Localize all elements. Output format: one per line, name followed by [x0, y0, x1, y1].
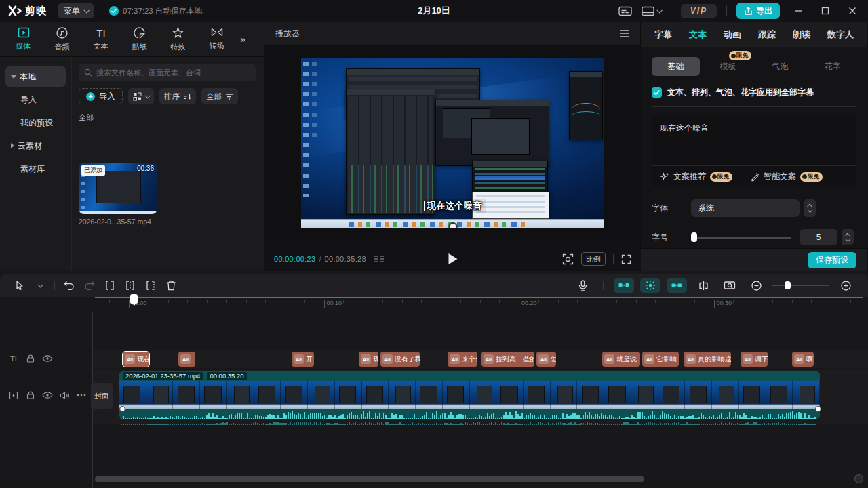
export-button[interactable]: 导出	[736, 3, 780, 19]
layout-icon[interactable]	[642, 6, 661, 16]
record-voice-button[interactable]	[572, 276, 593, 295]
clip-trim-handle-right[interactable]	[815, 406, 821, 412]
playhead[interactable]	[130, 294, 138, 304]
tab-text[interactable]: 文本	[689, 28, 707, 41]
sidebar-item-cloud[interactable]: 云素材	[5, 136, 66, 156]
font-size-slider[interactable]	[691, 232, 791, 242]
linkage-toggle[interactable]	[640, 278, 660, 293]
tab-sticker[interactable]: 贴纸	[120, 26, 159, 52]
redo-button[interactable]	[79, 276, 100, 295]
ratio-button[interactable]: 比例	[581, 252, 606, 266]
horizontal-scrollbar[interactable]	[95, 476, 644, 482]
cover-button[interactable]: 封面	[91, 383, 113, 409]
tab-tracking[interactable]: 跟踪	[758, 28, 776, 41]
fullscreen-icon[interactable]	[621, 254, 631, 264]
tab-reading[interactable]: 朗读	[793, 28, 810, 41]
font-stepper[interactable]	[804, 199, 816, 217]
focus-icon[interactable]	[562, 253, 574, 265]
frame-preview-icon[interactable]	[374, 256, 384, 263]
minimize-button[interactable]	[789, 2, 807, 20]
view-mode-button[interactable]	[128, 88, 154, 104]
text-clip[interactable]: A≡	[178, 352, 195, 367]
sidebar-item-library[interactable]: 素材库	[5, 159, 66, 179]
sidebar-item-local[interactable]: 本地	[5, 66, 66, 87]
tab-media[interactable]: 媒体	[4, 26, 43, 52]
lock-icon[interactable]	[25, 390, 36, 401]
menu-button[interactable]: 菜单	[58, 3, 94, 18]
sidebar-item-import[interactable]: 导入	[5, 89, 66, 110]
subtab-art-text[interactable]: 花字	[808, 57, 856, 76]
zoom-in-icon[interactable]	[835, 276, 856, 295]
select-tool-caret[interactable]	[30, 276, 50, 295]
zoom-out-icon[interactable]	[746, 276, 766, 295]
text-clip[interactable]: A≡它影响	[642, 352, 679, 367]
eye-icon[interactable]	[42, 390, 53, 401]
text-clip[interactable]: A≡没有了我	[380, 352, 420, 367]
maximize-button[interactable]	[816, 2, 834, 20]
preview-axis-toggle[interactable]	[667, 278, 687, 293]
sort-button[interactable]: 排序	[159, 88, 196, 104]
rotate-handle[interactable]	[448, 222, 457, 228]
subtitle-overlay[interactable]: 现在这个噪音	[420, 199, 486, 214]
size-stepper[interactable]	[842, 229, 854, 245]
text-clip[interactable]: A≡调下	[741, 352, 768, 367]
text-clip[interactable]: A≡开	[292, 352, 314, 367]
separate-tracks-icon[interactable]	[693, 276, 713, 295]
font-select[interactable]: 系统	[691, 199, 800, 217]
magnetic-snap-toggle[interactable]	[614, 278, 634, 293]
text-clip[interactable]: A≡怎	[536, 352, 556, 367]
tab-subtitle[interactable]: 字幕	[654, 28, 672, 41]
split-left-button[interactable]	[120, 276, 140, 295]
timeline-corner-knob[interactable]	[854, 474, 863, 483]
split-right-button[interactable]	[140, 276, 161, 295]
select-tool-button[interactable]	[9, 276, 30, 295]
more-options-icon[interactable]	[76, 390, 87, 401]
tab-animation[interactable]: 动画	[724, 28, 741, 41]
subtab-basic[interactable]: 基础	[652, 57, 700, 76]
expand-tabs-icon[interactable]: »	[240, 34, 244, 45]
import-button[interactable]: + 导入	[79, 88, 123, 104]
clip-trim-handle-left[interactable]	[119, 406, 125, 412]
vip-badge[interactable]: VIP	[681, 4, 717, 18]
slider-thumb[interactable]	[691, 232, 697, 242]
text-clip[interactable]: A≡就是说	[602, 352, 640, 367]
sidebar-item-my-presets[interactable]: 我的预设	[5, 113, 66, 133]
text-clip[interactable]: A≡现在这个噪音	[123, 352, 149, 367]
media-card[interactable]: 已添加 00:36 2026-02-0...35-57.mp4	[79, 163, 157, 226]
text-clip[interactable]: A≡拉到高一些的	[481, 352, 534, 367]
timeline-zoom-slider[interactable]	[772, 281, 829, 289]
text-clip[interactable]: A≡真的影响这	[684, 352, 731, 367]
subtab-bubble[interactable]: 气泡	[756, 57, 804, 76]
split-button[interactable]	[100, 276, 120, 295]
tab-audio[interactable]: 音频	[43, 26, 81, 52]
tab-digital-human[interactable]: 数字人	[827, 28, 854, 41]
close-button[interactable]	[844, 2, 861, 20]
search-input[interactable]	[96, 68, 250, 77]
tab-effects[interactable]: 特效	[159, 26, 197, 52]
smart-copy-label[interactable]: 智能文案	[764, 171, 796, 182]
slider-thumb[interactable]	[785, 281, 791, 289]
tab-transition[interactable]: 转场	[197, 26, 236, 52]
preview-frame-icon[interactable]	[719, 276, 740, 295]
eye-icon[interactable]	[42, 353, 53, 364]
captions-icon[interactable]	[618, 6, 632, 16]
video-clip[interactable]: 2026-02-01 23-35-57.mp4 00:00:35.20	[119, 371, 820, 419]
apply-all-checkbox[interactable]	[652, 87, 662, 98]
text-clip[interactable]: A≡来个低	[448, 352, 477, 367]
video-preview[interactable]: 现在这个噪音	[301, 58, 604, 228]
filter-button[interactable]: 全部	[201, 88, 238, 104]
undo-button[interactable]	[59, 276, 79, 295]
text-clip[interactable]: A≡啊	[792, 352, 814, 367]
save-preset-button[interactable]: 保存预设	[808, 252, 856, 268]
player-menu-icon[interactable]	[620, 30, 629, 37]
delete-button[interactable]	[161, 276, 181, 295]
subtab-template[interactable]: 模板限免	[704, 57, 752, 76]
tab-text[interactable]: TI文本	[81, 26, 120, 52]
text-clip[interactable]: A≡现	[359, 352, 378, 367]
mute-icon[interactable]	[59, 390, 70, 401]
lock-icon[interactable]	[25, 353, 36, 364]
text-content-input[interactable]: 现在这个噪音	[652, 115, 856, 142]
copy-suggest-label[interactable]: 文案推荐	[673, 171, 706, 182]
play-button[interactable]	[448, 253, 457, 264]
font-size-value[interactable]: 5	[800, 229, 837, 245]
